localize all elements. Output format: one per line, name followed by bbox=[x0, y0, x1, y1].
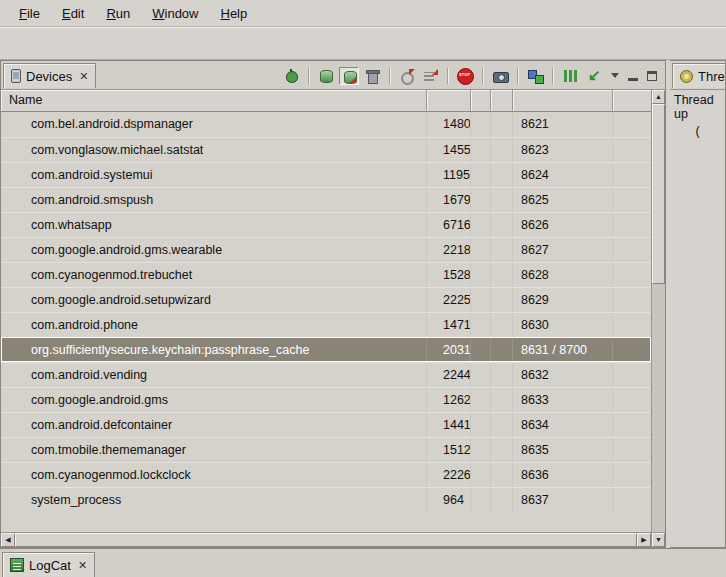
column-header-pid[interactable] bbox=[427, 90, 471, 112]
threads-message-line2: ( bbox=[674, 124, 721, 138]
device-row[interactable]: com.google.android.gms.wearable 22185 86… bbox=[1, 237, 651, 262]
process-pid: 6716 bbox=[427, 213, 471, 237]
dump-hprof-icon[interactable] bbox=[339, 67, 359, 85]
device-row[interactable]: com.android.defcontainer 14411 8634 bbox=[1, 412, 651, 437]
tab-logcat[interactable]: LogCat ✕ bbox=[2, 552, 95, 577]
devices-toolbar bbox=[281, 67, 609, 85]
process-pid: 1679 bbox=[427, 188, 471, 212]
empty-cell bbox=[471, 438, 491, 462]
device-row[interactable]: com.vonglasow.michael.satstat 14553 8623 bbox=[1, 137, 651, 162]
maximize-icon[interactable] bbox=[647, 71, 657, 81]
screen-capture-icon[interactable] bbox=[490, 67, 510, 85]
process-port: 8635 bbox=[513, 438, 613, 462]
process-port: 8630 bbox=[513, 313, 613, 337]
device-row[interactable]: com.google.android.setupwizard 22250 862… bbox=[1, 287, 651, 312]
vertical-scrollbar-thumb[interactable] bbox=[652, 104, 665, 284]
device-row[interactable]: com.tmobile.thememanager 1512 8635 bbox=[1, 437, 651, 462]
menu-run[interactable]: Run bbox=[97, 3, 139, 24]
process-pid: 14553 bbox=[427, 138, 471, 162]
empty-cell bbox=[471, 488, 491, 512]
device-row[interactable]: com.android.smspush 1679 8625 bbox=[1, 187, 651, 212]
menu-file[interactable]: File bbox=[10, 3, 49, 24]
process-pid: 14411 bbox=[427, 413, 471, 437]
debug-process-icon[interactable] bbox=[281, 67, 301, 85]
empty-cell bbox=[491, 363, 513, 387]
menu-edit[interactable]: Edit bbox=[53, 3, 93, 24]
menubar: File Edit Run Window Help bbox=[0, 0, 726, 27]
process-name: com.tmobile.thememanager bbox=[1, 438, 427, 462]
process-name: com.google.android.setupwizard bbox=[1, 288, 427, 312]
minimize-icon[interactable] bbox=[628, 78, 638, 81]
process-port: 8627 bbox=[513, 238, 613, 262]
device-row[interactable]: system_process 964 8637 bbox=[1, 487, 651, 512]
empty-cell bbox=[471, 338, 491, 362]
bottom-tabbar: LogCat ✕ bbox=[0, 548, 726, 577]
column-header-empty bbox=[471, 90, 491, 112]
empty-cell bbox=[491, 438, 513, 462]
view-hierarchy-icon[interactable] bbox=[525, 67, 545, 85]
process-port: 8624 bbox=[513, 163, 613, 187]
device-row[interactable]: com.cyanogenmod.trebuchet 1528 8628 bbox=[1, 262, 651, 287]
column-header-empty bbox=[491, 90, 513, 112]
tab-threads-label: Threads bbox=[698, 69, 725, 84]
stop-process-icon[interactable] bbox=[455, 67, 475, 85]
process-pid: 22440 bbox=[427, 363, 471, 387]
process-name: com.whatsapp bbox=[1, 213, 427, 237]
tab-logcat-close-icon[interactable]: ✕ bbox=[78, 559, 87, 572]
menu-window[interactable]: Window bbox=[143, 3, 207, 24]
empty-cell bbox=[471, 188, 491, 212]
process-port: 8634 bbox=[513, 413, 613, 437]
empty-cell bbox=[471, 238, 491, 262]
device-row[interactable]: com.android.vending 22440 8632 bbox=[1, 362, 651, 387]
method-profiling-icon[interactable] bbox=[420, 67, 440, 85]
horizontal-scrollbar-thumb[interactable] bbox=[15, 533, 637, 547]
device-row[interactable]: com.android.phone 1471 8630 bbox=[1, 312, 651, 337]
system-state-icon[interactable] bbox=[560, 67, 580, 85]
process-pid: 1195 bbox=[427, 163, 471, 187]
process-name: com.android.smspush bbox=[1, 188, 427, 212]
process-port: 8631 / 8700 bbox=[513, 338, 613, 362]
menu-help[interactable]: Help bbox=[211, 3, 256, 24]
logcat-icon bbox=[10, 558, 24, 572]
device-row[interactable]: com.android.systemui 1195 8624 bbox=[1, 162, 651, 187]
cause-gc-icon[interactable] bbox=[362, 67, 382, 85]
capture-arrow-icon[interactable] bbox=[583, 67, 603, 85]
process-name: system_process bbox=[1, 488, 427, 512]
view-menu-icon[interactable] bbox=[611, 73, 619, 78]
empty-cell bbox=[491, 238, 513, 262]
horizontal-scrollbar[interactable]: ◀ ▶ bbox=[1, 532, 651, 547]
tab-devices[interactable]: Devices ✕ bbox=[3, 63, 96, 88]
empty-cell bbox=[491, 163, 513, 187]
process-name: com.android.phone bbox=[1, 313, 427, 337]
main-area: Devices ✕ Name bbox=[0, 60, 726, 548]
update-threads-icon[interactable] bbox=[397, 67, 417, 85]
process-name: com.google.android.gms bbox=[1, 388, 427, 412]
scroll-right-icon[interactable]: ▶ bbox=[637, 533, 651, 547]
toolbar-separator bbox=[389, 68, 390, 84]
scroll-down-icon[interactable]: ▼ bbox=[652, 533, 665, 547]
empty-cell bbox=[491, 288, 513, 312]
vertical-scrollbar-track[interactable] bbox=[652, 284, 665, 532]
column-header-port[interactable] bbox=[513, 90, 613, 112]
device-row[interactable]: org.sufficientlysecure.keychain:passphra… bbox=[1, 337, 651, 362]
device-row[interactable]: com.bel.android.dspmanager 1480 8621 bbox=[1, 112, 651, 137]
toolbar-separator bbox=[517, 68, 518, 84]
process-name: com.android.defcontainer bbox=[1, 413, 427, 437]
scroll-up-icon[interactable]: ▲ bbox=[652, 90, 665, 104]
process-pid: 1480 bbox=[427, 112, 471, 137]
device-row[interactable]: com.whatsapp 6716 8626 bbox=[1, 212, 651, 237]
empty-cell bbox=[491, 188, 513, 212]
scroll-left-icon[interactable]: ◀ bbox=[1, 533, 15, 547]
empty-cell bbox=[471, 112, 491, 137]
device-row[interactable]: com.cyanogenmod.lockclock 22265 8636 bbox=[1, 462, 651, 487]
scrollbar-corner: ▼ bbox=[651, 532, 665, 547]
tab-devices-close-icon[interactable]: ✕ bbox=[79, 70, 88, 83]
column-header-name[interactable]: Name bbox=[1, 90, 427, 112]
toolbar-separator bbox=[308, 68, 309, 84]
process-port: 8621 bbox=[513, 112, 613, 137]
vertical-scrollbar[interactable]: ▲ bbox=[651, 90, 665, 532]
empty-cell bbox=[471, 138, 491, 162]
tab-threads[interactable]: Threads ✕ bbox=[672, 63, 725, 88]
update-heap-icon[interactable] bbox=[316, 67, 336, 85]
device-row[interactable]: com.google.android.gms 12623 8633 bbox=[1, 387, 651, 412]
